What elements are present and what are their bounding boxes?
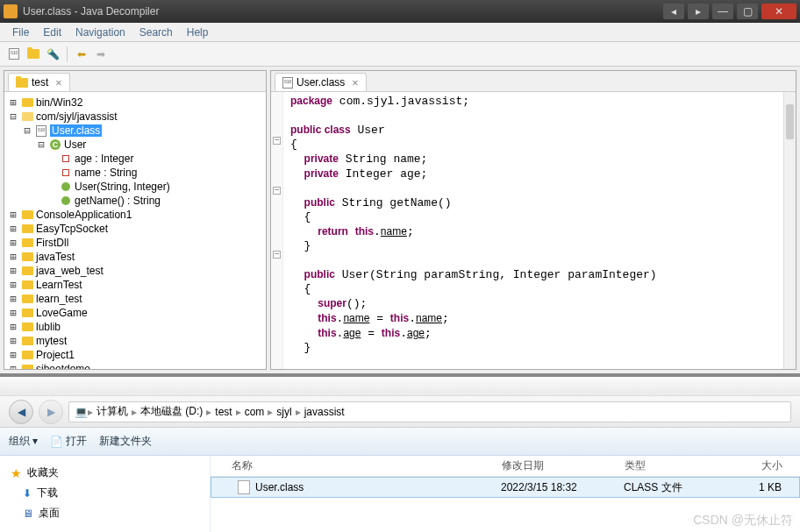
scrollbar[interactable] xyxy=(783,92,796,369)
open-button[interactable]: 📄打开 xyxy=(50,434,87,449)
crumb[interactable]: sjyl xyxy=(273,406,295,418)
menu-search[interactable]: Search xyxy=(132,25,180,40)
menu-file[interactable]: File xyxy=(5,25,36,40)
project-tab[interactable]: test ✕ xyxy=(8,73,70,91)
star-icon: ★ xyxy=(11,466,22,480)
menu-help[interactable]: Help xyxy=(180,25,216,40)
breadcrumb[interactable]: 💻 ▸计算机 ▸本地磁盘 (D:) ▸test ▸com ▸sjyl ▸java… xyxy=(68,401,791,422)
tree-item[interactable]: age : Integer xyxy=(75,153,133,165)
toolbar: 🔦 ⬅ ➡ xyxy=(0,42,800,67)
close-icon[interactable]: ✕ xyxy=(352,76,358,89)
file-name: User.class xyxy=(255,481,304,493)
fold-gutter[interactable] xyxy=(271,92,283,369)
classfile-icon xyxy=(282,77,293,89)
maximize-button[interactable]: ▢ xyxy=(737,4,758,19)
nav-forward-button[interactable]: ▶ xyxy=(39,400,63,424)
source-code[interactable]: package com.sjyl.javassist; public class… xyxy=(283,92,783,369)
tree-item[interactable]: LoveGame xyxy=(36,307,88,319)
file-icon xyxy=(238,480,250,494)
crumb[interactable]: javassist xyxy=(301,406,348,418)
tree-item[interactable]: bin/Win32 xyxy=(36,96,82,109)
computer-icon: 💻 xyxy=(75,406,88,418)
file-row[interactable]: User.class 2022/3/15 18:32 CLASS 文件 1 KB xyxy=(211,477,800,498)
nav-back-button[interactable]: ◀ xyxy=(9,400,33,424)
tree-item[interactable]: User xyxy=(64,138,86,151)
menu-edit[interactable]: Edit xyxy=(36,25,68,40)
file-date: 2022/3/15 18:32 xyxy=(501,481,624,493)
col-size[interactable]: 大小 xyxy=(730,458,800,473)
open-file-icon[interactable] xyxy=(5,46,23,63)
explorer-nav: ◀ ▶ 💻 ▸计算机 ▸本地磁盘 (D:) ▸test ▸com ▸sjyl ▸… xyxy=(0,396,800,428)
close-button[interactable]: ✕ xyxy=(761,4,796,19)
explorer-toolbar: 组织 ▾ 📄打开 新建文件夹 xyxy=(0,428,800,456)
file-type: CLASS 文件 xyxy=(624,480,729,495)
col-date[interactable]: 修改日期 xyxy=(502,458,625,473)
list-header[interactable]: 名称 修改日期 类型 大小 xyxy=(211,456,800,477)
config-left-icon[interactable]: ◂ xyxy=(663,4,684,19)
new-folder-button[interactable]: 新建文件夹 xyxy=(99,434,152,449)
folder-icon xyxy=(16,78,28,88)
download-icon: ⬇ xyxy=(23,487,32,500)
tree-item[interactable]: mytest xyxy=(36,335,67,347)
app-icon xyxy=(4,4,18,18)
crumb[interactable]: test xyxy=(211,406,235,418)
crumb[interactable]: 计算机 xyxy=(93,404,132,419)
tree-item[interactable]: com/sjyl/javassist xyxy=(36,110,118,123)
toolbar-separator xyxy=(67,46,68,62)
config-right-icon[interactable]: ▸ xyxy=(688,4,709,19)
tree-item[interactable]: getName() : String xyxy=(75,195,161,207)
fold-icon[interactable] xyxy=(273,137,281,145)
open-folder-icon[interactable] xyxy=(25,46,42,63)
crumb[interactable]: 本地磁盘 (D:) xyxy=(137,404,206,419)
editor-panel: User.class ✕ package com.sjyl.javassist;… xyxy=(270,70,796,370)
window-title: User.class - Java Decompiler xyxy=(23,5,660,18)
sidebar-desktop[interactable]: 🖥桌面 xyxy=(7,503,203,523)
fold-icon[interactable] xyxy=(273,251,281,259)
fold-icon[interactable] xyxy=(273,187,281,195)
tree-item[interactable]: javaTest xyxy=(36,251,75,263)
col-name[interactable]: 名称 xyxy=(211,458,502,473)
col-type[interactable]: 类型 xyxy=(625,458,730,473)
editor-tab-label: User.class xyxy=(296,76,345,89)
tree-item[interactable]: java_web_test xyxy=(36,265,104,277)
tree-item[interactable]: LearnTest xyxy=(36,279,82,291)
file-explorer: ◀ ▶ 💻 ▸计算机 ▸本地磁盘 (D:) ▸test ▸com ▸sjyl ▸… xyxy=(0,373,800,532)
tree-item[interactable]: learn_test xyxy=(36,293,82,305)
tree-item[interactable]: FirstDll xyxy=(36,237,68,249)
tree-item[interactable]: Project1 xyxy=(36,349,75,361)
tree-item[interactable]: EasyTcpSocket xyxy=(36,223,108,235)
file-size: 1 KB xyxy=(729,481,799,493)
explorer-sidebar: ★收藏夹 ⬇下载 🖥桌面 xyxy=(0,456,211,532)
organize-button[interactable]: 组织 ▾ xyxy=(9,434,38,449)
forward-icon[interactable]: ➡ xyxy=(92,46,110,63)
tree-item[interactable]: ConsoleApplication1 xyxy=(36,209,132,221)
desktop-icon: 🖥 xyxy=(23,507,33,520)
project-tree-panel: test ✕ ⊞bin/Win32 ⊟com/sjyl/javassist ⊟U… xyxy=(4,70,267,370)
code-editor[interactable]: package com.sjyl.javassist; public class… xyxy=(271,92,796,369)
titlebar: User.class - Java Decompiler ◂ ▸ — ▢ ✕ xyxy=(0,0,800,23)
tree-item[interactable]: name : String xyxy=(75,167,137,179)
tree-item[interactable]: sjbootdemo xyxy=(36,363,90,369)
back-icon[interactable]: ⬅ xyxy=(73,46,90,63)
close-icon[interactable]: ✕ xyxy=(55,76,61,89)
tree-item[interactable]: User(String, Integer) xyxy=(75,181,170,193)
sidebar-downloads[interactable]: ⬇下载 xyxy=(7,483,203,503)
tree-item[interactable]: lublib xyxy=(36,321,61,333)
menubar: File Edit Navigation Search Help xyxy=(0,23,800,42)
minimize-button[interactable]: — xyxy=(712,4,733,19)
search-icon[interactable]: 🔦 xyxy=(44,46,61,63)
project-tree[interactable]: ⊞bin/Win32 ⊟com/sjyl/javassist ⊟User.cla… xyxy=(4,92,266,369)
tree-item-selected[interactable]: User.class xyxy=(50,124,102,137)
favorites-group[interactable]: ★收藏夹 xyxy=(7,463,203,483)
menu-navigation[interactable]: Navigation xyxy=(68,25,132,40)
crumb[interactable]: com xyxy=(241,406,268,418)
explorer-titlebar xyxy=(0,377,800,396)
project-tab-label: test xyxy=(32,76,48,89)
editor-tab[interactable]: User.class ✕ xyxy=(275,73,367,91)
watermark: CSDN @无休止符 xyxy=(693,513,793,528)
